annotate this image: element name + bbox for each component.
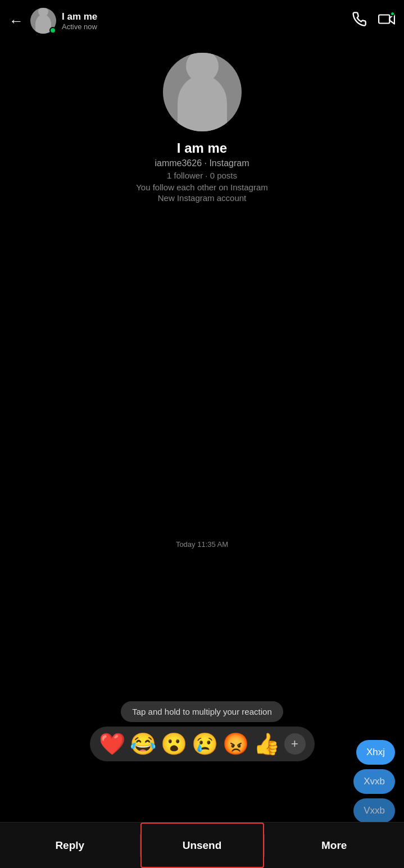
avatar-person-shape	[35, 15, 51, 34]
reaction-panel: Tap and hold to multiply your reaction ❤…	[0, 701, 404, 761]
online-indicator	[49, 27, 56, 34]
reaction-angry[interactable]: 😡	[223, 733, 249, 755]
unsend-button[interactable]: Unsend	[140, 823, 264, 868]
header: ← I am me Active now	[0, 0, 404, 42]
message-bubble-3: Vxxb	[353, 798, 395, 823]
reaction-heart[interactable]: ❤️	[99, 733, 125, 755]
video-call-button[interactable]	[378, 15, 395, 30]
profile-new-account: New Instagram account	[158, 193, 247, 203]
reaction-bar: ❤️ 😂 😮 😢 😡 👍 +	[90, 727, 315, 761]
reaction-more-button[interactable]: +	[284, 733, 306, 755]
header-user-name: I am me	[62, 11, 351, 22]
reaction-hint: Tap and hold to multiply your reaction	[121, 701, 283, 722]
avatar	[30, 8, 56, 34]
svg-rect-0	[379, 15, 389, 24]
reply-button[interactable]: Reply	[0, 823, 140, 868]
video-call-button-wrapper	[378, 11, 395, 30]
profile-avatar-shape	[178, 75, 227, 131]
profile-mutual: You follow each other on Instagram	[136, 182, 268, 192]
chat-timestamp: Today 11:35 AM	[0, 539, 404, 549]
user-info: I am me Active now	[62, 11, 351, 31]
reaction-laugh[interactable]: 😂	[130, 733, 156, 755]
reaction-thumbsup[interactable]: 👍	[253, 733, 280, 755]
video-online-badge	[390, 11, 395, 16]
header-actions	[351, 11, 395, 30]
back-button[interactable]: ←	[9, 13, 24, 28]
reaction-wow[interactable]: 😮	[161, 733, 187, 755]
profile-name: I am me	[177, 140, 227, 156]
call-button[interactable]	[351, 11, 367, 30]
header-user-status: Active now	[62, 22, 351, 31]
profile-section: I am me iamme3626 · Instagram 1 follower…	[0, 42, 404, 208]
message-bubble-2: Xvxb	[353, 769, 395, 794]
more-button[interactable]: More	[265, 823, 405, 868]
bottom-bar: Reply Unsend More	[0, 822, 404, 868]
profile-avatar	[163, 53, 242, 131]
profile-stats: 1 follower · 0 posts	[167, 171, 237, 180]
profile-handle: iamme3626 · Instagram	[155, 158, 249, 168]
reaction-cry[interactable]: 😢	[192, 733, 218, 755]
